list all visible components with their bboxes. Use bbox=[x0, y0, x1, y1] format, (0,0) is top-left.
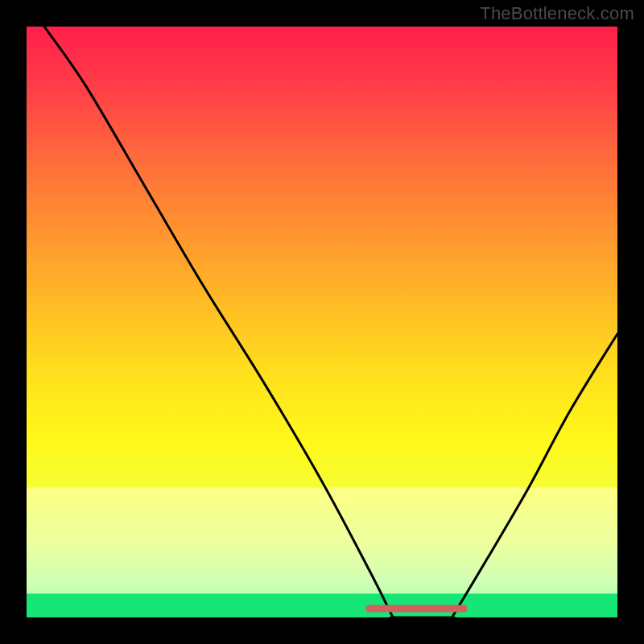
watermark-text: TheBottleneck.com bbox=[480, 3, 634, 24]
plot-area bbox=[27, 27, 617, 617]
chart-frame: TheBottleneck.com bbox=[0, 0, 644, 644]
bottleneck-chart-svg bbox=[27, 27, 617, 617]
green-baseline-strip bbox=[27, 594, 617, 617]
pale-band bbox=[27, 488, 617, 594]
